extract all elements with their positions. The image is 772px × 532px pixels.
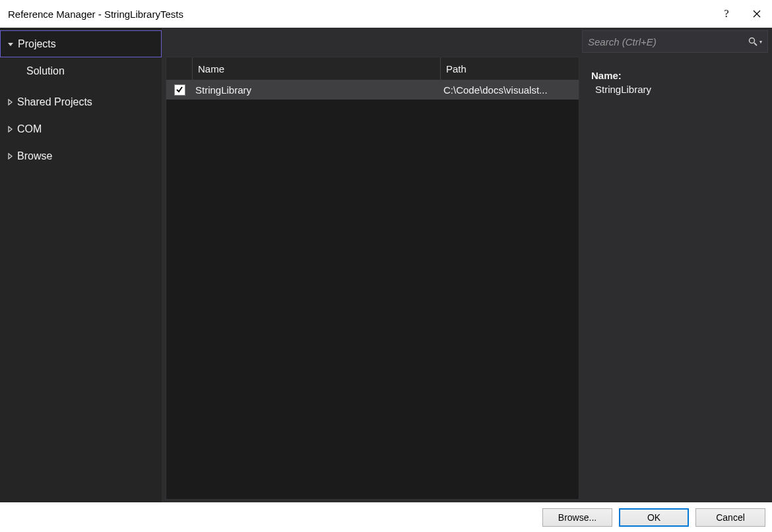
row-path: C:\Code\docs\visualst... <box>441 84 579 96</box>
search-input[interactable] <box>588 36 748 47</box>
table-row[interactable]: StringLibrary C:\Code\docs\visualst... <box>166 80 579 100</box>
footer: Browse... OK Cancel <box>0 502 772 532</box>
grid-header: Name Path <box>166 57 579 80</box>
row-checkbox[interactable] <box>174 84 185 96</box>
main-panel: ▾ Name Path <box>162 28 772 502</box>
references-grid: Name Path StringLibrary C:\Code\d <box>166 57 579 500</box>
sidebar-item-browse[interactable]: Browse <box>0 142 162 169</box>
chevron-down-icon <box>6 41 15 47</box>
search-dropdown-icon[interactable]: ▾ <box>759 39 762 45</box>
titlebar: Reference Manager - StringLibraryTests ? <box>0 0 772 28</box>
sidebar-label-solution: Solution <box>26 65 65 77</box>
sidebar-label-shared: Shared Projects <box>17 96 92 108</box>
check-icon <box>176 86 183 94</box>
column-header-check[interactable] <box>166 57 193 80</box>
svg-line-3 <box>754 43 757 45</box>
cancel-button[interactable]: Cancel <box>695 508 765 527</box>
sidebar-item-com[interactable]: COM <box>0 115 162 142</box>
sidebar-item-solution[interactable]: Solution <box>0 57 162 84</box>
chevron-right-icon <box>5 153 15 160</box>
sidebar-label-projects: Projects <box>18 38 56 50</box>
search-icon[interactable]: ▾ <box>748 36 762 47</box>
details-panel: Name: StringLibrary <box>585 57 768 500</box>
chevron-right-icon <box>5 126 15 133</box>
sidebar: Projects Solution Shared Projects COM <box>0 28 162 502</box>
reference-manager-dialog: Reference Manager - StringLibraryTests ?… <box>0 0 772 532</box>
close-icon <box>753 10 761 18</box>
search-box[interactable]: ▾ <box>582 30 768 53</box>
sidebar-label-browse: Browse <box>17 150 52 162</box>
chevron-right-icon <box>5 99 15 105</box>
close-button[interactable] <box>742 0 772 28</box>
search-row: ▾ <box>166 30 768 53</box>
grid-area: Name Path StringLibrary C:\Code\d <box>166 57 768 500</box>
browse-button[interactable]: Browse... <box>542 508 612 527</box>
row-checkbox-cell <box>166 84 193 96</box>
help-button[interactable]: ? <box>711 0 742 28</box>
sidebar-item-projects[interactable]: Projects <box>0 30 162 57</box>
row-name: StringLibrary <box>193 84 441 96</box>
ok-button[interactable]: OK <box>619 508 689 527</box>
svg-point-2 <box>750 38 755 44</box>
column-header-name[interactable]: Name <box>193 57 441 80</box>
sidebar-item-shared-projects[interactable]: Shared Projects <box>0 88 162 115</box>
window-title: Reference Manager - StringLibraryTests <box>8 9 711 20</box>
details-name-label: Name: <box>591 70 763 81</box>
content-area: Projects Solution Shared Projects COM <box>0 28 772 502</box>
column-header-path[interactable]: Path <box>441 57 579 80</box>
details-name-value: StringLibrary <box>591 84 763 95</box>
sidebar-label-com: COM <box>17 123 42 135</box>
